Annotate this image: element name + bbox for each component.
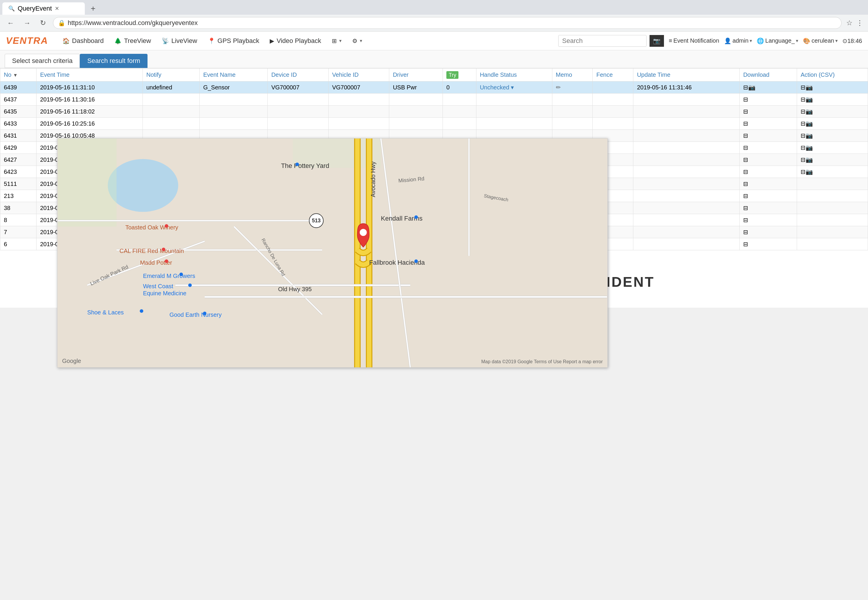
admin-dropdown-icon: ▾ <box>749 38 752 44</box>
theme-label: cerulean <box>812 37 834 44</box>
nav-items: 🏠 Dashboard 🌲 TreeView 📡 LiveView 📍 GPS … <box>57 32 559 50</box>
grid-icon: ⊞ <box>332 37 337 44</box>
svg-point-34 <box>164 259 168 263</box>
nav-event-notification[interactable]: ≡ Event Notification <box>669 37 719 44</box>
gps-icon: 📍 <box>208 37 215 44</box>
table-row[interactable]: 64372019-05-16 11:30:16⊟⊟📷 <box>0 94 868 106</box>
nav-item-treeview[interactable]: 🌲 TreeView <box>109 32 157 50</box>
nav-label-dashboard: Dashboard <box>72 37 104 45</box>
svg-point-1 <box>108 159 178 212</box>
nav-item-grid[interactable]: ⊞ ▾ <box>327 32 347 50</box>
nav-label-gps-playback: GPS Playback <box>217 37 259 45</box>
nav-item-video-playback[interactable]: ▶ Video Playback <box>265 32 326 50</box>
col-download[interactable]: Download <box>740 68 797 82</box>
google-watermark: Google <box>62 358 81 364</box>
svg-text:513: 513 <box>312 218 321 224</box>
theme-icon: 🎨 <box>803 37 810 44</box>
svg-text:West Coast: West Coast <box>143 283 173 289</box>
forward-button[interactable]: → <box>21 18 33 28</box>
col-try[interactable]: Try <box>443 68 476 82</box>
notification-label: Event Notification <box>673 37 719 44</box>
browser-menu-icon[interactable]: ⋮ <box>856 19 863 27</box>
table-row[interactable]: 64332019-05-16 10:25:16⊟⊟📷 <box>0 118 868 130</box>
admin-icon: 👤 <box>724 37 731 44</box>
address-bar[interactable]: 🔒 https://www.ventracloud.com/gkqueryeve… <box>53 17 842 29</box>
camera-button[interactable]: 📷 <box>649 35 664 47</box>
app-nav: VENTRA 🏠 Dashboard 🌲 TreeView 📡 LiveView… <box>0 32 868 50</box>
browser-toolbar: ← → ↻ 🔒 https://www.ventracloud.com/gkqu… <box>0 15 868 32</box>
back-button[interactable]: ← <box>5 18 17 28</box>
theme-dropdown-icon: ▾ <box>835 38 838 44</box>
video-icon: ▶ <box>270 37 274 44</box>
col-device-id[interactable]: Device ID <box>268 68 328 82</box>
map-overlay: 513 The Pottery Yard Toasted Oak Winery … <box>57 138 608 368</box>
svg-point-41 <box>414 215 418 219</box>
tab-bar: Select search criteria Search result for… <box>0 50 868 68</box>
col-vehicle-id[interactable]: Vehicle ID <box>328 68 389 82</box>
svg-point-30 <box>164 224 168 228</box>
svg-rect-2 <box>58 138 116 226</box>
col-memo[interactable]: Memo <box>552 68 593 82</box>
settings-dropdown-icon: ▾ <box>360 38 362 44</box>
tab-search-result[interactable]: Search result form <box>80 54 147 68</box>
col-fence[interactable]: Fence <box>593 68 633 82</box>
search-input[interactable] <box>558 35 647 47</box>
col-action[interactable]: Action (CSV) <box>797 68 868 82</box>
tab-title: QueryEvent <box>18 5 52 12</box>
svg-point-32 <box>162 248 165 251</box>
svg-point-28 <box>295 163 299 166</box>
language-dropdown-icon: ▾ <box>796 38 798 44</box>
svg-text:Avocado Hwy: Avocado Hwy <box>370 162 376 197</box>
map-attribution: Map data ©2019 Google Terms of Use Repor… <box>481 359 603 364</box>
url-text: https://www.ventracloud.com/gkqueryevent… <box>68 19 836 27</box>
nav-item-gps-playback[interactable]: 📍 GPS Playback <box>202 32 265 50</box>
table-row[interactable]: 64392019-05-16 11:31:10undefinedG_Sensor… <box>0 82 868 94</box>
nav-language[interactable]: 🌐 Language_ ▾ <box>757 37 798 44</box>
tab-select-search[interactable]: Select search criteria <box>5 54 80 68</box>
col-no[interactable]: No ▼ <box>0 68 36 82</box>
col-notify[interactable]: Notify <box>143 68 199 82</box>
table-header-row: No ▼ Event Time Notify Event Name Device… <box>0 68 868 82</box>
svg-point-36 <box>179 273 183 276</box>
nav-item-dashboard[interactable]: 🏠 Dashboard <box>57 32 109 50</box>
nav-label-video-playback: Video Playback <box>277 37 321 45</box>
col-handle-status[interactable]: Handle Status <box>476 68 552 82</box>
svg-text:CAL FIRE Red Mountain: CAL FIRE Red Mountain <box>120 248 184 254</box>
svg-point-47 <box>203 312 207 315</box>
svg-text:Old Hwy 395: Old Hwy 395 <box>278 286 312 292</box>
svg-text:Emerald M Growers: Emerald M Growers <box>143 273 195 279</box>
main-content: Select search criteria Search result for… <box>0 50 868 250</box>
col-event-time[interactable]: Event Time <box>36 68 143 82</box>
nav-item-liveview[interactable]: 📡 LiveView <box>157 32 202 50</box>
tab-close-icon[interactable]: ✕ <box>55 5 59 12</box>
col-event-name[interactable]: Event Name <box>200 68 268 82</box>
svg-text:Good Earth Nursery: Good Earth Nursery <box>169 312 221 318</box>
nav-right: ≡ Event Notification 👤 admin ▾ 🌐 Languag… <box>669 37 862 44</box>
col-driver[interactable]: Driver <box>389 68 443 82</box>
time-label: ⊙18:46 <box>842 37 862 44</box>
col-update-time[interactable]: Update Time <box>633 68 740 82</box>
nav-label-treeview: TreeView <box>124 37 151 45</box>
app-logo: VENTRA <box>6 35 48 46</box>
admin-label: admin <box>733 37 748 44</box>
svg-point-43 <box>414 259 418 263</box>
svg-text:The Pottery Yard: The Pottery Yard <box>281 162 329 170</box>
nav-theme[interactable]: 🎨 cerulean ▾ <box>803 37 838 44</box>
table-row[interactable]: 64352019-05-16 11:18:02⊟⊟📷 <box>0 106 868 118</box>
nav-item-settings[interactable]: ⚙ ▾ <box>347 32 368 50</box>
settings-icon: ⚙ <box>352 37 357 44</box>
nav-search: 📷 <box>558 35 664 47</box>
nav-time: ⊙18:46 <box>842 37 862 44</box>
toolbar-actions: ☆ ⋮ <box>846 19 863 27</box>
nav-admin[interactable]: 👤 admin ▾ <box>724 37 752 44</box>
table-area: No ▼ Event Time Notify Event Name Device… <box>0 68 868 250</box>
active-tab[interactable]: 🔍 QueryEvent ✕ <box>2 2 85 15</box>
dashboard-icon: 🏠 <box>62 37 70 44</box>
svg-point-39 <box>188 283 192 287</box>
new-tab-button[interactable]: + <box>88 4 98 13</box>
reload-button[interactable]: ↻ <box>38 18 48 28</box>
no-sort-icon: ▼ <box>13 73 18 78</box>
svg-point-26 <box>360 229 367 236</box>
bookmark-icon[interactable]: ☆ <box>846 19 853 27</box>
browser-chrome: 🔍 QueryEvent ✕ + ← → ↻ 🔒 https://www.ven… <box>0 0 868 32</box>
